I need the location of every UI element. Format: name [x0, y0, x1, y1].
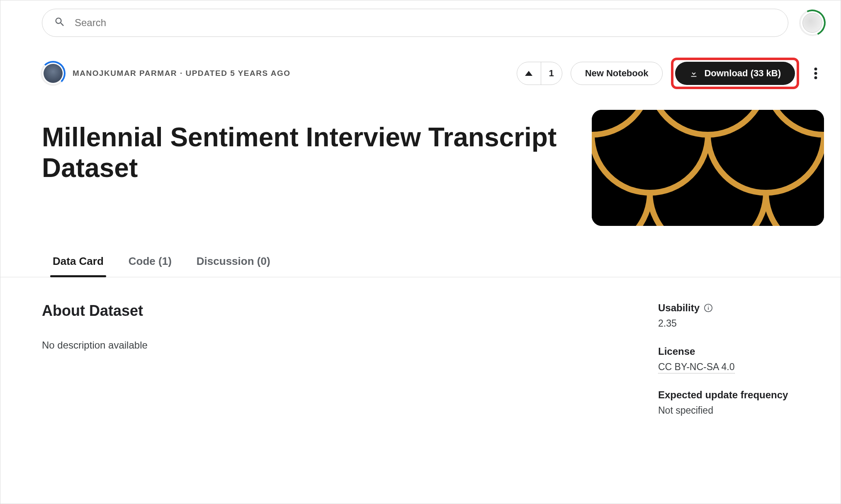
- license-block: License CC BY-NC-SA 4.0: [658, 346, 824, 373]
- update-freq-label: Expected update frequency: [658, 389, 824, 401]
- svg-point-6: [708, 306, 709, 307]
- info-icon[interactable]: [704, 303, 713, 313]
- caret-up-icon: [525, 71, 532, 76]
- svg-point-2: [814, 76, 817, 79]
- download-button[interactable]: Download (33 kB): [675, 62, 795, 85]
- tabs: Data Card Code (1) Discussion (0): [0, 255, 841, 277]
- tab-data-card[interactable]: Data Card: [50, 255, 106, 277]
- new-notebook-button[interactable]: New Notebook: [571, 62, 663, 85]
- download-highlight: Download (33 kB): [671, 58, 799, 89]
- dataset-title: Millennial Sentiment Interview Transcrip…: [42, 110, 575, 226]
- vote-pill: 1: [517, 62, 562, 85]
- updated-ago: UPDATED 5 YEARS AGO: [185, 69, 290, 78]
- svg-point-0: [814, 68, 817, 70]
- more-menu-button[interactable]: [807, 65, 824, 82]
- usability-block: Usability 2.35: [658, 302, 824, 329]
- svg-point-1: [814, 72, 817, 75]
- owner-avatar[interactable]: [42, 62, 64, 85]
- update-freq-block: Expected update frequency Not specified: [658, 389, 824, 416]
- usability-value: 2.35: [658, 318, 824, 329]
- license-link[interactable]: CC BY-NC-SA 4.0: [658, 361, 735, 373]
- user-avatar[interactable]: [801, 11, 824, 34]
- download-label: Download (33 kB): [704, 68, 781, 79]
- search-icon: [54, 16, 66, 29]
- dataset-cover-image: [592, 110, 824, 226]
- search-bar[interactable]: [42, 9, 788, 37]
- tab-discussion[interactable]: Discussion (0): [194, 255, 273, 277]
- about-heading: About Dataset: [42, 302, 625, 320]
- license-label: License: [658, 346, 824, 357]
- vote-count: 1: [541, 68, 562, 79]
- more-vertical-icon: [814, 68, 817, 79]
- upvote-button[interactable]: [517, 62, 541, 85]
- search-input[interactable]: [75, 17, 776, 29]
- owner-meta: MANOJKUMAR PARMAR · UPDATED 5 YEARS AGO: [73, 69, 290, 78]
- svg-rect-3: [592, 110, 824, 226]
- download-icon: [689, 69, 698, 78]
- about-description: No description available: [42, 339, 625, 351]
- owner-name[interactable]: MANOJKUMAR PARMAR: [73, 69, 177, 78]
- tab-code[interactable]: Code (1): [126, 255, 174, 277]
- update-freq-value: Not specified: [658, 405, 824, 416]
- usability-label: Usability: [658, 302, 700, 314]
